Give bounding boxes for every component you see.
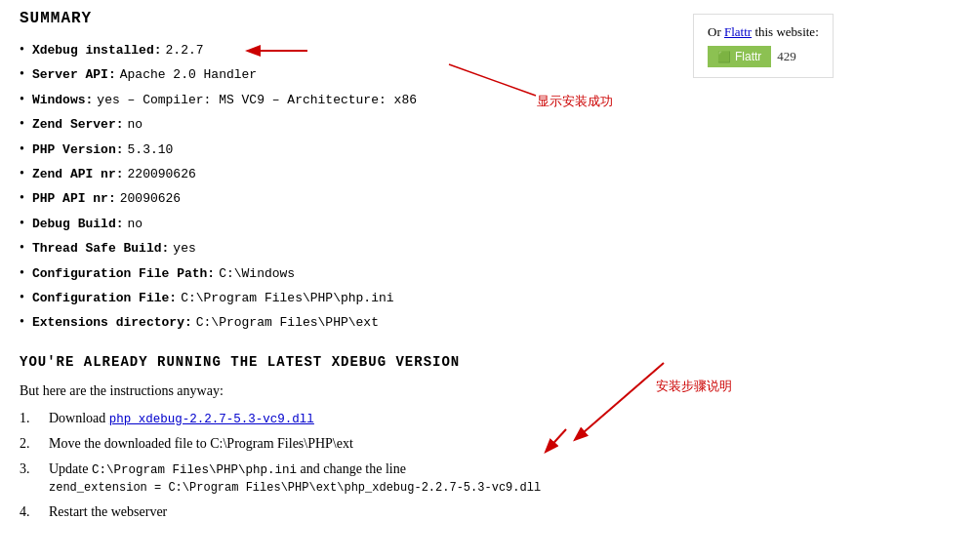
summary-value: 220090626 <box>128 163 196 185</box>
instructions-intro: But here are the instructions anyway: <box>20 383 664 399</box>
instruction-item: 3.Update C:\Program Files\PHP\php.ini an… <box>20 461 664 495</box>
bullet: • <box>20 161 24 185</box>
summary-item: •Windows: yes – Compiler: MS VC9 – Archi… <box>20 87 664 111</box>
summary-value: no <box>128 213 143 235</box>
summary-label: PHP Version: <box>32 139 124 161</box>
summary-value: 2.2.7 <box>166 39 204 61</box>
summary-value: yes – Compiler: MS VC9 – Architecture: x… <box>97 89 417 111</box>
bullet: • <box>20 309 24 334</box>
instruction-item: 1.Download php_xdebug-2.2.7-5.3-vc9.dll <box>20 411 664 426</box>
list-content: Move the downloaded file to C:\Program F… <box>49 436 664 452</box>
download-link[interactable]: php_xdebug-2.2.7-5.3-vc9.dll <box>109 413 314 426</box>
bullet: • <box>20 285 24 309</box>
section-title: Summary <box>20 10 664 27</box>
list-content: Update C:\Program Files\PHP\php.ini and … <box>49 461 664 495</box>
summary-value: 20090626 <box>120 187 181 210</box>
instructions-list: 1.Download php_xdebug-2.2.7-5.3-vc9.dll2… <box>20 411 664 520</box>
summary-label: Zend Server: <box>32 113 124 136</box>
summary-label: Xdebug installed: <box>32 39 162 61</box>
summary-item: •Server API: Apache 2.0 Handler <box>20 61 664 86</box>
instruction-item: 4.Restart the webserver <box>20 504 664 520</box>
flattr-box: Or Flattr this website: 🟩 Flattr 429 <box>693 14 834 78</box>
summary-item: •Configuration File Path: C:\Windows <box>20 260 664 285</box>
summary-item: •Zend API nr: 220090626 <box>20 161 664 185</box>
summary-list: •Xdebug installed: 2.2.7•Server API: Apa… <box>20 37 664 335</box>
summary-item: •Xdebug installed: 2.2.7 <box>20 37 664 61</box>
bullet: • <box>20 87 24 111</box>
list-number: 4. <box>20 504 49 520</box>
summary-item: •Extensions directory: C:\Program Files\… <box>20 309 664 334</box>
flattr-text: Or Flattr this website: <box>708 24 819 40</box>
bullet: • <box>20 235 24 260</box>
summary-label: Zend API nr: <box>32 163 124 185</box>
summary-label: Server API: <box>32 63 116 86</box>
bullet: • <box>20 260 24 285</box>
flattr-btn-label: Flattr <box>735 50 761 63</box>
flattr-link[interactable]: Flattr <box>724 24 752 39</box>
summary-label: Configuration File: <box>32 287 177 309</box>
bullet: • <box>20 37 24 61</box>
code-line: zend_extension = C:\Program Files\PHP\ex… <box>49 481 664 495</box>
summary-label: Debug Build: <box>32 213 124 235</box>
already-running-title: You're already running the latest Xdebug… <box>20 354 664 370</box>
summary-item: •PHP API nr: 20090626 <box>20 185 664 210</box>
instruction-item: 2.Move the downloaded file to C:\Program… <box>20 436 664 452</box>
summary-value: C:\Program Files\PHP\ext <box>196 311 379 334</box>
bullet: • <box>20 185 24 210</box>
summary-item: •PHP Version: 5.3.10 <box>20 137 664 161</box>
summary-item: •Zend Server: no <box>20 111 664 136</box>
bullet: • <box>20 61 24 86</box>
list-content: Restart the webserver <box>49 504 664 520</box>
list-number: 1. <box>20 411 49 426</box>
flattr-icon: 🟩 <box>717 51 731 63</box>
summary-label: Thread Safe Build: <box>32 237 169 260</box>
flattr-suffix: this website: <box>752 24 819 39</box>
summary-value: C:\Windows <box>219 262 295 285</box>
flattr-button[interactable]: 🟩 Flattr <box>708 46 771 67</box>
list-number: 3. <box>20 461 49 477</box>
summary-label: Extensions directory: <box>32 311 192 334</box>
summary-label: Configuration File Path: <box>32 262 215 285</box>
summary-value: Apache 2.0 Handler <box>120 63 257 86</box>
summary-item: •Debug Build: no <box>20 211 664 235</box>
summary-value: yes <box>173 237 195 260</box>
list-content: Download php_xdebug-2.2.7-5.3-vc9.dll <box>49 411 664 426</box>
summary-value: 5.3.10 <box>128 139 174 161</box>
bullet: • <box>20 111 24 136</box>
sidebar: Or Flattr this website: 🟩 Flattr 429 <box>683 0 898 560</box>
flattr-count: 429 <box>777 49 796 64</box>
summary-value: no <box>128 113 143 136</box>
summary-label: PHP API nr: <box>32 187 116 210</box>
summary-label: Windows: <box>32 89 93 111</box>
list-number: 2. <box>20 436 49 452</box>
bullet: • <box>20 137 24 161</box>
summary-item: •Configuration File: C:\Program Files\PH… <box>20 285 664 309</box>
flattr-prefix: Or <box>708 24 724 39</box>
summary-item: •Thread Safe Build: yes <box>20 235 664 260</box>
ini-path: C:\Program Files\PHP\php.ini <box>92 463 297 477</box>
bullet: • <box>20 211 24 235</box>
summary-value: C:\Program Files\PHP\php.ini <box>181 287 393 309</box>
